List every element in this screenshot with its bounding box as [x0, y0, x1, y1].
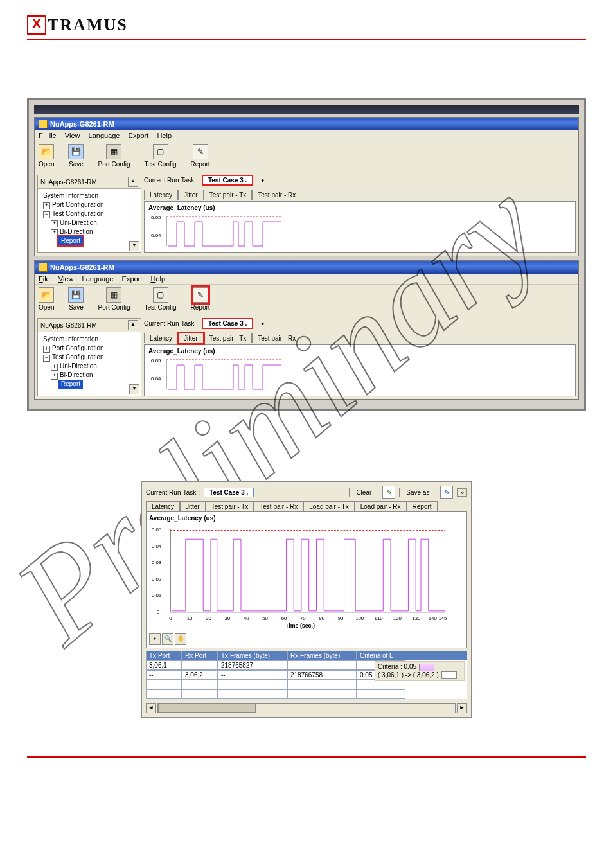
- svg-text:10: 10: [187, 616, 193, 621]
- tree-pane[interactable]: NuApps-G8261-RM▲ System Information +Por…: [37, 175, 141, 253]
- collapse-icon[interactable]: −: [43, 355, 50, 362]
- tab-pair-tx[interactable]: Test pair - Tx: [204, 333, 253, 343]
- title-text: NuApps-G8261-RM: [50, 120, 114, 128]
- expand-icon[interactable]: +: [51, 373, 58, 380]
- tab-jitter[interactable]: Jitter: [178, 190, 204, 200]
- menu-view[interactable]: View: [65, 132, 80, 139]
- tree-test-conf[interactable]: −Test Configuration: [43, 209, 138, 218]
- tab-load-tx[interactable]: Load pair - Tx: [303, 501, 355, 511]
- expand-icon[interactable]: +: [43, 346, 50, 353]
- tree-sys-info[interactable]: System Information: [43, 191, 138, 200]
- grid-hscrollbar[interactable]: ◄ ►: [146, 703, 467, 713]
- screenshots-group-1: NuApps-G8261-RM File View Language Expor…: [27, 98, 586, 411]
- brand-logo: X TRAMUS: [27, 15, 586, 35]
- tree-pane[interactable]: NuApps-G8261-RM▲ System Information +Por…: [37, 318, 141, 396]
- detail-chart: Average_Latency (us) 0.05 0.04 0.03 0.02…: [146, 511, 467, 648]
- menu-file[interactable]: File: [39, 275, 50, 283]
- open-button[interactable]: 📂Open: [39, 144, 54, 168]
- menu-language[interactable]: Language: [89, 132, 120, 139]
- crosshair-icon[interactable]: +: [149, 633, 161, 645]
- tree-port-conf[interactable]: +Port Configuration: [43, 200, 138, 209]
- collapse-icon[interactable]: −: [43, 211, 50, 218]
- tab-report[interactable]: Report: [407, 501, 438, 511]
- menubar[interactable]: File View Language Export Help: [35, 130, 578, 141]
- report-button-highlighted[interactable]: ✎Report: [191, 287, 210, 311]
- expand-icon[interactable]: +: [43, 202, 50, 209]
- hand-icon[interactable]: ✋: [175, 633, 186, 645]
- menu-help[interactable]: Help: [157, 132, 172, 139]
- save-as-button[interactable]: Save as: [399, 488, 436, 497]
- menu-file[interactable]: File: [39, 132, 57, 139]
- test-config-button[interactable]: ▢Test Config: [145, 287, 177, 311]
- save-button[interactable]: 💾Save: [68, 287, 84, 311]
- tab-pair-tx[interactable]: Test pair - Tx: [204, 190, 253, 200]
- col-tx-frames[interactable]: Tx Frames (byte): [218, 651, 287, 660]
- scroll-up-icon[interactable]: ▲: [128, 177, 138, 187]
- current-run-task-label: Current Run-Task :: [146, 489, 200, 496]
- expand-icon[interactable]: +: [51, 364, 58, 371]
- col-rx-frames[interactable]: Rx Frames (byte): [287, 651, 357, 660]
- port-config-button[interactable]: ▦Port Config: [98, 144, 130, 168]
- tab-pair-tx[interactable]: Test pair - Tx: [206, 501, 254, 511]
- col-rx-port[interactable]: Rx Port: [182, 651, 218, 660]
- scroll-right-icon[interactable]: ►: [457, 703, 467, 713]
- col-criteria[interactable]: Criteria of L: [357, 651, 405, 660]
- folder-open-icon: 📂: [39, 287, 54, 303]
- tree-root[interactable]: NuApps-G8261-RM: [40, 179, 97, 186]
- tab-jitter-highlighted[interactable]: Jitter: [178, 333, 204, 343]
- tree-sys-info[interactable]: System Information: [43, 335, 138, 344]
- tab-pair-rx[interactable]: Test pair - Rx: [252, 190, 301, 200]
- open-button[interactable]: 📂Open: [39, 287, 54, 311]
- tree-test-conf[interactable]: −Test Configuration: [43, 353, 138, 362]
- menu-language[interactable]: Language: [82, 275, 114, 283]
- tab-latency[interactable]: Latency: [144, 190, 178, 200]
- zoom-icon[interactable]: 🔍: [162, 633, 173, 645]
- menu-view[interactable]: View: [58, 275, 74, 283]
- tab-jitter[interactable]: Jitter: [180, 501, 206, 511]
- tree-report-selected[interactable]: Report: [58, 380, 83, 389]
- tree-bi[interactable]: +Bi-Direction: [43, 227, 138, 236]
- save-report-icon[interactable]: ✎: [382, 486, 395, 499]
- save-button[interactable]: 💾Save: [68, 144, 84, 168]
- col-tx-port[interactable]: Tx Port: [146, 651, 182, 660]
- detail-tabs: Latency Jitter Test pair - Tx Test pair …: [146, 501, 467, 511]
- folder-open-icon: 📂: [39, 144, 54, 159]
- tree-root[interactable]: NuApps-G8261-RM: [40, 322, 97, 329]
- port-config-button[interactable]: ▦Port Config: [98, 287, 130, 311]
- tree-uni[interactable]: +Uni-Direction: [43, 218, 138, 227]
- menu-help[interactable]: Help: [150, 275, 165, 283]
- tree-uni[interactable]: +Uni-Direction: [43, 362, 138, 371]
- svg-text:90: 90: [338, 616, 344, 621]
- menubar[interactable]: File View Language Export Help: [35, 274, 578, 285]
- dot-marker: •: [261, 175, 264, 186]
- clear-button[interactable]: Clear: [349, 488, 378, 497]
- menu-export[interactable]: Export: [129, 132, 149, 139]
- expand-icon[interactable]: +: [51, 220, 58, 227]
- menu-export[interactable]: Export: [122, 275, 143, 283]
- tree-port-conf[interactable]: +Port Configuration: [43, 344, 138, 353]
- tab-pair-rx[interactable]: Test pair - Rx: [252, 333, 301, 343]
- expand-icon[interactable]: +: [51, 229, 58, 236]
- tab-pair-rx[interactable]: Test pair - Rx: [254, 501, 303, 511]
- tab-load-rx[interactable]: Load pair - Rx: [355, 501, 407, 511]
- tree-report-selected[interactable]: Report: [58, 236, 83, 245]
- scroll-thumb[interactable]: [158, 704, 256, 713]
- legend-box: Criteria : 0.05 ( 3,06,1 ) -> ( 3,06,2 ): [375, 661, 465, 681]
- report-button[interactable]: ✎Report: [191, 144, 210, 168]
- scroll-down-icon[interactable]: ▼: [129, 384, 139, 394]
- legend-swatch-criteria: [419, 664, 434, 671]
- tree-bi[interactable]: +Bi-Direction: [43, 371, 138, 380]
- tab-latency[interactable]: Latency: [146, 501, 180, 511]
- scroll-down-icon[interactable]: ▼: [129, 241, 139, 251]
- export-icon[interactable]: ✎: [440, 486, 453, 499]
- scroll-up-icon[interactable]: ▲: [128, 320, 138, 330]
- titlebar[interactable]: NuApps-G8261-RM: [35, 118, 578, 130]
- scroll-left-icon[interactable]: ◄: [146, 703, 156, 713]
- titlebar[interactable]: NuApps-G8261-RM: [35, 261, 578, 274]
- more-button[interactable]: »: [457, 488, 467, 497]
- svg-text:0.02: 0.02: [152, 576, 161, 582]
- tab-latency[interactable]: Latency: [144, 333, 178, 343]
- scroll-track[interactable]: [157, 703, 456, 713]
- title-text: NuApps-G8261-RM: [50, 263, 114, 271]
- test-config-button[interactable]: ▢Test Config: [145, 144, 177, 168]
